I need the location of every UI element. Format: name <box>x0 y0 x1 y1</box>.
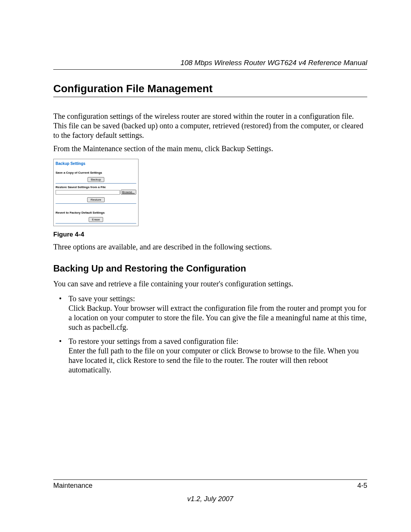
divider <box>56 183 136 184</box>
backup-button[interactable]: Backup <box>88 177 105 182</box>
divider <box>56 223 136 224</box>
list-item: To restore your settings from a saved co… <box>53 337 367 375</box>
list-item: To save your settings: Click Backup. You… <box>53 294 367 332</box>
backup-settings-screenshot: Backup Settings Save a Copy of Current S… <box>53 159 139 226</box>
bullet-lead: To restore your settings from a saved co… <box>68 337 238 345</box>
header-rule <box>53 69 367 70</box>
bullet-body: Enter the full path to the file on your … <box>68 347 359 374</box>
page-footer: Maintenance 4-5 v1.2, July 2007 <box>53 479 367 503</box>
restore-button[interactable]: Restore <box>87 197 105 202</box>
footer-rule <box>53 479 367 480</box>
heading-rule <box>53 97 367 97</box>
bullet-list: To save your settings: Click Backup. You… <box>53 294 367 375</box>
footer-version: v1.2, July 2007 <box>53 495 367 503</box>
paragraph: You can save and retrieve a file contain… <box>53 279 367 289</box>
erase-button[interactable]: Erase <box>89 217 104 222</box>
restore-label: Restore Saved Settings from a File <box>56 185 136 189</box>
doc-header: 108 Mbps Wireless Router WGT624 v4 Refer… <box>53 59 367 67</box>
paragraph: From the Maintenance section of the main… <box>53 144 367 153</box>
divider <box>56 203 136 204</box>
screenshot-title: Backup Settings <box>56 161 136 166</box>
footer-section: Maintenance <box>53 482 92 490</box>
revert-label: Revert to Factory Default Settings <box>56 211 136 214</box>
bullet-lead: To save your settings: <box>68 294 135 303</box>
section-heading: Configuration File Management <box>53 83 367 95</box>
paragraph: The configuration settings of the wirele… <box>53 112 367 140</box>
paragraph: Three options are available, and are des… <box>53 242 367 252</box>
file-path-input[interactable] <box>56 190 120 195</box>
figure-caption: Figure 4-4 <box>53 231 367 238</box>
save-copy-label: Save a Copy of Current Settings <box>56 171 136 174</box>
figure: Backup Settings Save a Copy of Current S… <box>53 159 367 226</box>
subsection-heading: Backing Up and Restoring the Configurati… <box>53 263 367 274</box>
browse-button[interactable]: Browse... <box>121 190 136 195</box>
bullet-body: Click Backup. Your browser will extract … <box>68 304 366 331</box>
footer-page-number: 4-5 <box>357 482 367 490</box>
